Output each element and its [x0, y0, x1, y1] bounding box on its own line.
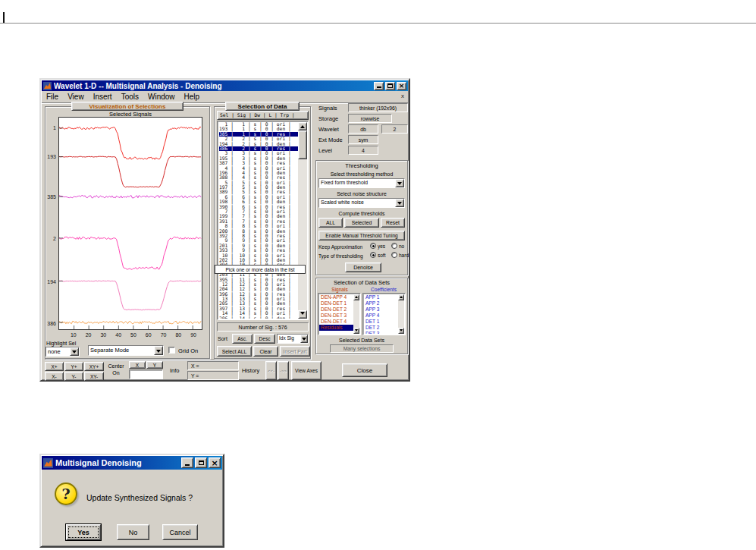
grid-on-checkbox[interactable] [168, 347, 175, 354]
data-list-scrollbar[interactable] [298, 122, 307, 319]
sort-desc-button[interactable]: Desc [254, 334, 275, 344]
dataset-signal-item[interactable]: DEN-DET 3 [319, 313, 353, 319]
method-label: Select thresholding method [315, 171, 408, 177]
keep-approx-yes-radio[interactable]: yes [370, 243, 385, 249]
dropdown-arrow-icon[interactable] [300, 335, 308, 343]
radio-circle-icon [391, 252, 397, 258]
scroll-down-icon[interactable] [298, 310, 307, 319]
scroll-down-icon[interactable] [398, 328, 404, 334]
data-listbox[interactable]: 1 | 1 | s | 0 | ori |193 | 1 | s | 0 | d… [217, 121, 309, 320]
menu-tools[interactable]: Tools [117, 91, 143, 102]
display-mode-dropdown[interactable]: Separate Mode [88, 345, 164, 356]
zoom-x-plus-button[interactable]: X+ [45, 362, 64, 371]
scroll-thumb[interactable] [298, 130, 307, 159]
dataset-signal-item[interactable]: DEN-DET 2 [319, 306, 353, 313]
maximize-icon [387, 83, 393, 88]
y-tick-label: 2 [53, 236, 56, 241]
scroll-up-icon[interactable] [353, 294, 359, 300]
menu-insert[interactable]: Insert [89, 91, 117, 102]
dropdown-arrow-icon[interactable] [395, 199, 404, 207]
zoom-xy-minus-button[interactable]: XY- [84, 372, 104, 381]
scroll-up-icon[interactable] [298, 122, 307, 130]
type-hard-radio[interactable]: hard [391, 252, 409, 258]
multisignal-denoising-dialog: Multisignal Denoising × ? Update Synthes… [39, 454, 224, 548]
method-dropdown[interactable]: Fixed form threshold [318, 178, 405, 188]
dropdown-arrow-icon[interactable] [70, 347, 79, 356]
manual-tuning-button[interactable]: Enable Manual Threshold Tuning [318, 231, 405, 240]
dialog-window-controls: × [180, 457, 221, 468]
datasets-coefficients-list: APP 1APP 2APP 3APP 4DET 1DET 2DET 3 [364, 294, 398, 334]
cancel-button[interactable]: Cancel [162, 524, 198, 540]
wavelet-titlebar[interactable]: Wavelet 1-D -- Multisignal Analysis - De… [42, 80, 408, 91]
dataset-coefficient-item[interactable]: APP 1 [364, 294, 398, 300]
zoom-y-plus-button[interactable]: Y+ [64, 362, 83, 371]
dataset-signal-item[interactable]: DEN-DET 1 [319, 300, 353, 306]
dataset-signal-item[interactable]: DEN-APP 4 [319, 294, 353, 300]
dataset-coefficient-item[interactable]: DET 1 [364, 319, 398, 325]
x-tick-label: 70 [158, 332, 170, 338]
sort-asc-button[interactable]: Asc. [232, 334, 253, 344]
menu-help[interactable]: Help [180, 91, 205, 102]
y-tick-label: 193 [47, 154, 56, 159]
x-tick-label: 30 [97, 332, 109, 338]
y-tick-label: 194 [47, 279, 56, 284]
type-soft-radio[interactable]: soft [370, 252, 385, 258]
dialog-maximize-button[interactable] [195, 457, 207, 468]
dialog-titlebar[interactable]: Multisignal Denoising × [42, 456, 222, 470]
matlab-icon [43, 82, 52, 90]
info-label: Info [170, 367, 180, 374]
list-tooltip: Pick one or more data in the list [215, 265, 306, 274]
dataset-coefficient-item[interactable]: DET 2 [364, 325, 398, 331]
menu-view[interactable]: View [63, 91, 89, 102]
history-back-button[interactable]: <<- [265, 361, 277, 380]
dataset-coefficient-item[interactable]: APP 4 [364, 313, 398, 319]
select-all-button[interactable]: Select ALL [217, 346, 252, 357]
maximize-button[interactable] [385, 82, 395, 90]
datasets-coefficients-scrollbar[interactable] [398, 294, 404, 334]
zoom-y-minus-button[interactable]: Y- [64, 372, 83, 381]
dataset-coefficient-item[interactable]: APP 2 [364, 300, 398, 306]
compute-selected-button[interactable]: Selected [344, 218, 379, 228]
clear-button[interactable]: Clear [253, 346, 278, 357]
menu-window[interactable]: Window [143, 91, 180, 102]
no-button[interactable]: No [117, 524, 149, 540]
center-on-input[interactable] [129, 369, 163, 379]
minimize-button[interactable] [374, 82, 384, 90]
history-label: History [242, 367, 259, 374]
highlight-sel-dropdown[interactable]: none [45, 347, 80, 357]
menubar-x-icon[interactable]: x [401, 93, 404, 99]
datasets-signals-listbox[interactable]: DEN-APP 4DEN-DET 1DEN-DET 2DEN-DET 3DEN-… [318, 293, 361, 335]
dataset-coefficient-item[interactable]: DET 3 [364, 331, 398, 334]
dropdown-arrow-icon[interactable] [395, 179, 404, 187]
history-forward-button[interactable]: ->> [278, 361, 289, 380]
insert-part-button[interactable]: Insert Part [280, 346, 310, 357]
dialog-minimize-button[interactable] [181, 457, 193, 468]
datasets-coefficients-listbox[interactable]: APP 1APP 2APP 3APP 4DET 1DET 2DET 3 [362, 293, 406, 335]
dataset-signal-item[interactable]: DEN-DET 4 [319, 319, 353, 325]
scroll-up-icon[interactable] [398, 294, 404, 300]
x-tick-labels: 102030405060708090 [58, 332, 202, 338]
datasets-signals-scrollbar[interactable] [353, 294, 359, 334]
close-button[interactable]: × [397, 82, 406, 90]
data-list-row[interactable]: 206 | 14 | s | 0 | den | [219, 316, 298, 319]
yes-button[interactable]: Yes [66, 524, 101, 540]
view-axes-button[interactable]: View Axes [291, 361, 322, 380]
denoise-button[interactable]: Denoise [345, 262, 381, 272]
menu-file[interactable]: File [42, 91, 63, 102]
compute-reset-button[interactable]: Reset [381, 218, 405, 228]
scroll-down-icon[interactable] [353, 328, 359, 334]
keep-approx-no-radio[interactable]: no [391, 243, 404, 249]
zoom-xy-plus-button[interactable]: XY+ [84, 362, 104, 371]
dialog-close-button[interactable]: × [209, 457, 221, 468]
sort-by-dropdown[interactable]: Idx Sig [277, 334, 309, 344]
noise-dropdown[interactable]: Scaled white noise [318, 198, 405, 208]
dropdown-arrow-icon[interactable] [154, 346, 163, 355]
zoom-x-minus-button[interactable]: X- [45, 372, 64, 381]
dataset-signal-item[interactable]: Residuals [319, 325, 353, 331]
wavelet-number-value: 2 [381, 124, 408, 134]
dataset-coefficient-item[interactable]: APP 3 [364, 306, 398, 313]
close-window-button[interactable]: Close [342, 363, 387, 377]
window-controls: × [372, 82, 406, 90]
compute-all-button[interactable]: ALL [318, 218, 343, 228]
wavelet-window-title: Wavelet 1-D -- Multisignal Analysis - De… [54, 82, 372, 90]
